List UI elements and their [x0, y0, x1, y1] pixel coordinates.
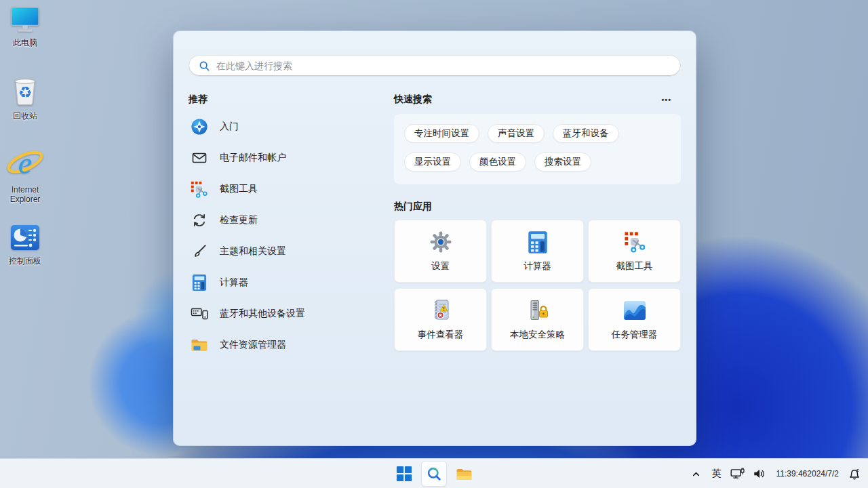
app-card-label: 设置: [431, 260, 450, 272]
quick-search-pill[interactable]: 专注时间设置: [404, 124, 479, 143]
volume-icon[interactable]: [750, 462, 769, 486]
app-card-snipping-tool[interactable]: 截图工具: [588, 220, 681, 283]
desktop-icon-label: 此电脑: [13, 39, 37, 48]
clock-time: 11:39:46: [776, 469, 807, 479]
themes-brush-icon: [190, 243, 208, 261]
control-panel-icon: [9, 224, 41, 255]
desktop-icon-recycle-bin[interactable]: ♻ 回收站: [0, 75, 50, 121]
get-started-icon: [190, 118, 208, 136]
recommended-item-label: 主题和相关设置: [220, 245, 286, 258]
recommended-title: 推荐: [189, 94, 394, 106]
chevron-up-icon: [691, 469, 701, 479]
app-card-local-security[interactable]: 本地安全策略: [491, 288, 584, 351]
quick-search-pill[interactable]: 声音设置: [488, 124, 545, 143]
recommended-item-get-started[interactable]: 入门: [189, 111, 394, 142]
desktop-icon-this-pc[interactable]: 此电脑: [0, 5, 50, 48]
app-card-label: 本地安全策略: [510, 329, 565, 341]
taskbar-file-explorer-button[interactable]: [451, 461, 477, 487]
app-card-label: 截图工具: [616, 260, 653, 272]
start-button[interactable]: [391, 461, 417, 487]
app-card-label: 计算器: [524, 260, 551, 272]
snipping-tool-icon: [623, 230, 646, 254]
this-pc-icon: [9, 5, 41, 37]
recommended-list: 入门 电子邮件和帐户: [189, 111, 394, 361]
recommended-item-label: 文件资源管理器: [220, 339, 286, 351]
recommended-item-label: 入门: [220, 121, 239, 133]
desktop-icon-label: Internet Explorer: [0, 186, 50, 205]
language-indicator[interactable]: 英: [707, 462, 725, 486]
network-icon[interactable]: [728, 462, 747, 486]
bluetooth-devices-icon: [190, 305, 208, 323]
desktop-icon-label: 回收站: [13, 112, 37, 121]
show-hidden-icons-button[interactable]: [687, 462, 705, 486]
svg-text:z: z: [856, 468, 859, 472]
quick-search-card: 专注时间设置 声音设置 蓝牙和设备 显示设置 颜色设置 搜索设置: [394, 114, 681, 184]
svg-text:e: e: [18, 146, 32, 180]
recommended-item-snipping-tool[interactable]: 截图工具: [189, 174, 394, 205]
desktop-icon-label: 控制面板: [9, 257, 41, 266]
search-flyout-panel: 推荐 入门: [173, 30, 696, 446]
quick-search-pill[interactable]: 颜色设置: [469, 152, 526, 171]
recommended-item-themes[interactable]: 主题和相关设置: [189, 236, 394, 267]
quick-search-title: 快速搜索: [394, 94, 432, 106]
quick-search-pill[interactable]: 蓝牙和设备: [553, 124, 619, 143]
taskbar: 英 11:39:46 2024/7/2 z: [0, 458, 868, 488]
calculator-icon: [190, 274, 208, 292]
recommended-item-calculator[interactable]: 计算器: [189, 267, 394, 298]
recommended-item-bluetooth-devices[interactable]: 蓝牙和其他设备设置: [189, 298, 394, 329]
search-box: [189, 55, 681, 77]
notification-bell-dnd-icon[interactable]: z: [846, 462, 864, 486]
local-security-icon: [526, 298, 549, 323]
app-card-calculator[interactable]: 计算器: [491, 220, 584, 283]
file-explorer-icon: [190, 336, 208, 354]
settings-gear-icon: [429, 230, 453, 254]
internet-explorer-icon: e: [6, 144, 44, 184]
app-card-label: 事件查看器: [418, 329, 464, 341]
snipping-tool-icon: [190, 180, 208, 199]
more-options-button[interactable]: •••: [658, 94, 674, 105]
recommended-item-label: 电子邮件和帐户: [220, 152, 286, 164]
recommended-item-label: 截图工具: [220, 183, 258, 195]
recycle-bin-icon: ♻: [10, 75, 40, 110]
clock-date: 2024/7/2: [807, 469, 839, 479]
recommended-item-check-updates[interactable]: 检查更新: [189, 205, 394, 236]
mail-icon: [190, 149, 208, 167]
recommended-item-label: 计算器: [220, 277, 248, 289]
recommended-item-label: 蓝牙和其他设备设置: [220, 308, 305, 320]
app-card-event-viewer[interactable]: 事件查看器: [394, 288, 487, 351]
app-card-label: 任务管理器: [612, 329, 658, 341]
search-icon: [199, 60, 210, 72]
top-apps-title: 热门应用: [394, 201, 681, 213]
desktop-icon-control-panel[interactable]: 控制面板: [0, 224, 50, 266]
top-apps-grid: 设置: [394, 220, 681, 351]
calculator-icon: [528, 230, 548, 254]
svg-text:♻: ♻: [18, 83, 33, 101]
clock[interactable]: 11:39:46 2024/7/2: [772, 462, 843, 486]
search-input[interactable]: [216, 60, 671, 71]
quick-search-pill[interactable]: 搜索设置: [534, 152, 591, 171]
recommended-item-label: 检查更新: [220, 214, 258, 226]
desktop-icon-internet-explorer[interactable]: e Internet Explorer: [0, 144, 50, 205]
check-updates-icon: [190, 211, 208, 230]
recommended-item-file-explorer[interactable]: 文件资源管理器: [189, 329, 394, 361]
event-viewer-icon: [430, 298, 452, 323]
app-card-task-manager[interactable]: 任务管理器: [588, 288, 681, 351]
app-card-settings[interactable]: 设置: [394, 220, 487, 283]
taskbar-search-button[interactable]: [421, 461, 447, 487]
recommended-item-mail[interactable]: 电子邮件和帐户: [189, 142, 394, 174]
task-manager-icon: [623, 298, 646, 323]
quick-search-pill[interactable]: 显示设置: [404, 152, 461, 171]
